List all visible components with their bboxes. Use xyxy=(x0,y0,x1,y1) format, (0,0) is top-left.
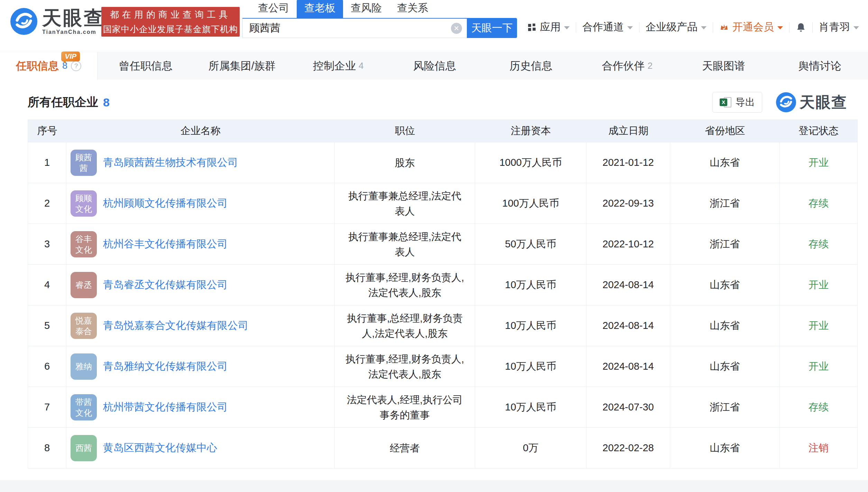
capital-cell: 10万人民币 xyxy=(475,387,587,427)
capital-cell: 100万人民币 xyxy=(475,183,587,224)
col-header-index: 序号 xyxy=(28,124,66,138)
divider xyxy=(812,22,813,32)
table-row: 3 谷丰文化 杭州谷丰文化传播有限公司 执行董事兼总经理,法定代表人 50万人民… xyxy=(28,224,857,264)
status-badge: 存续 xyxy=(780,183,857,224)
status-badge: 开业 xyxy=(780,142,857,183)
tianyancha-logo[interactable]: 天眼查 TianYanCha.com xyxy=(10,8,104,35)
apps-grid-icon xyxy=(527,23,536,32)
company-link[interactable]: 青岛雅纳文化传媒有限公司 xyxy=(103,359,228,373)
col-header-status: 登记状态 xyxy=(780,124,857,138)
company-avatar: 顾茜茜 xyxy=(71,150,97,176)
notification-bell[interactable] xyxy=(796,22,806,32)
table-row: 4 睿丞 青岛睿丞文化传媒有限公司 执行董事,经理,财务负责人,法定代表人,股东… xyxy=(28,264,857,305)
company-link[interactable]: 青岛悦嘉泰合文化传媒有限公司 xyxy=(103,319,248,333)
bell-icon xyxy=(796,22,806,32)
export-button[interactable]: X 导出 xyxy=(712,92,762,113)
tab-group-cluster[interactable]: 所属集团/族群 xyxy=(194,52,290,79)
tab-past-positions[interactable]: 曾任职信息 xyxy=(98,52,194,79)
search-tab-company[interactable]: 查公司 xyxy=(250,0,297,18)
province-cell: 山东省 xyxy=(670,346,780,387)
province-cell: 浙江省 xyxy=(670,387,780,427)
position-cell: 执行董事,经理,财务负责人,法定代表人,股东 xyxy=(335,346,475,387)
col-header-position: 职位 xyxy=(335,124,475,138)
status-badge: 存续 xyxy=(780,387,857,427)
chevron-down-icon xyxy=(777,26,783,29)
search-tab-boss[interactable]: 查老板 xyxy=(297,0,343,18)
province-cell: 山东省 xyxy=(670,428,780,468)
company-avatar: 西茜 xyxy=(71,435,97,461)
company-link[interactable]: 杭州谷丰文化传播有限公司 xyxy=(103,237,228,251)
status-badge: 注销 xyxy=(780,428,857,468)
province-cell: 山东省 xyxy=(670,142,780,183)
position-cell: 经营者 xyxy=(335,428,475,468)
capital-cell: 10万人民币 xyxy=(475,346,587,387)
vip-badge: VIP xyxy=(61,51,80,62)
crown-icon xyxy=(719,22,729,32)
chevron-down-icon xyxy=(853,26,859,29)
province-cell: 山东省 xyxy=(670,265,780,305)
chevron-down-icon xyxy=(564,26,570,29)
position-cell: 执行董事,总经理,财务负责人,法定代表人,股东 xyxy=(335,305,475,346)
page-background-strip xyxy=(0,480,868,492)
table-row: 8 西茜 黄岛区西茜文化传媒中心 经营者 0万 2022-02-28 山东省 注… xyxy=(28,427,857,468)
tab-risk-info[interactable]: 风险信息 xyxy=(387,52,483,79)
company-link[interactable]: 青岛睿丞文化传媒有限公司 xyxy=(103,278,228,292)
logo-domain-text: TianYanCha.com xyxy=(42,29,104,35)
position-cell: 法定代表人,经理,执行公司事务的董事 xyxy=(335,387,475,427)
company-avatar: 雅纳 xyxy=(71,353,97,380)
search-button[interactable]: 天眼一下 xyxy=(467,18,517,38)
date-cell: 2022-10-12 xyxy=(587,224,670,264)
province-cell: 浙江省 xyxy=(670,183,780,224)
date-cell: 2024-08-14 xyxy=(587,305,670,346)
company-link[interactable]: 黄岛区西茜文化传媒中心 xyxy=(103,441,217,455)
capital-cell: 1000万人民币 xyxy=(475,142,587,183)
menu-enterprise[interactable]: 企业级产品 xyxy=(646,20,707,34)
search-tab-relation[interactable]: 查关系 xyxy=(389,0,436,18)
tianyancha-swirl-icon xyxy=(10,8,37,35)
clear-search-icon[interactable]: ✕ xyxy=(451,23,462,34)
menu-cooperation[interactable]: 合作通道 xyxy=(582,20,633,34)
banner-line-1: 都在用的商业查询工具 xyxy=(110,9,231,21)
tab-public-opinion[interactable]: 舆情讨论 xyxy=(772,52,868,79)
position-cell: 执行董事兼总经理,法定代表人 xyxy=(335,183,475,224)
menu-apps[interactable]: 应用 xyxy=(527,20,570,34)
chevron-down-icon xyxy=(627,26,633,29)
tab-positions-active[interactable]: VIP 任职信息 8 ? xyxy=(0,52,98,79)
main-content: 所有任职企业 8 X 导出 天眼查 序号 企业名称 职位 注册资本 成立日期 省… xyxy=(0,79,868,469)
company-avatar: 悦嘉泰合 xyxy=(71,313,97,339)
tab-history-info[interactable]: 历史信息 xyxy=(483,52,579,79)
help-icon[interactable]: ? xyxy=(71,61,81,71)
divider xyxy=(576,22,576,32)
user-account[interactable]: 肖青羽 xyxy=(819,20,859,34)
tab-controlled-companies[interactable]: 控制企业4 xyxy=(290,52,387,79)
table-row: 6 雅纳 青岛雅纳文化传媒有限公司 执行董事,经理,财务负责人,法定代表人,股东… xyxy=(28,346,857,387)
section-title: 所有任职企业 xyxy=(28,94,98,110)
profile-tab-bar: VIP 任职信息 8 ? 曾任职信息 所属集团/族群 控制企业4 风险信息 历史… xyxy=(0,52,868,79)
capital-cell: 10万人民币 xyxy=(475,265,587,305)
watermark-logo: 天眼查 xyxy=(776,92,847,113)
date-cell: 2024-08-14 xyxy=(587,265,670,305)
tianyancha-swirl-icon xyxy=(776,92,796,112)
status-badge: 开业 xyxy=(780,265,857,305)
tab-partners[interactable]: 合作伙伴2 xyxy=(579,52,676,79)
company-link[interactable]: 青岛顾茜茜生物技术有限公司 xyxy=(103,155,238,170)
search-tab-risk[interactable]: 查风险 xyxy=(343,0,389,18)
table-row: 5 悦嘉泰合 青岛悦嘉泰合文化传媒有限公司 执行董事,总经理,财务负责人,法定代… xyxy=(28,305,857,346)
province-cell: 浙江省 xyxy=(670,224,780,264)
company-avatar: 谷丰文化 xyxy=(71,231,97,257)
search-tabs: 查公司 查老板 查风险 查关系 xyxy=(242,3,517,18)
menu-vip-upgrade[interactable]: 开通会员 xyxy=(719,20,783,34)
search-input[interactable] xyxy=(242,19,467,38)
province-cell: 山东省 xyxy=(670,305,780,346)
tab-graph[interactable]: 天眼图谱 xyxy=(675,52,772,79)
company-link[interactable]: 杭州顾顺文化传播有限公司 xyxy=(103,196,228,210)
search-module: 查公司 查老板 查风险 查关系 ✕ 天眼一下 xyxy=(242,3,517,38)
col-header-date: 成立日期 xyxy=(587,124,670,138)
company-avatar: 睿丞 xyxy=(71,272,97,298)
chevron-down-icon xyxy=(701,26,707,29)
capital-cell: 50万人民币 xyxy=(475,224,587,264)
banner-line-2: 国家中小企业发展子基金旗下机构 xyxy=(103,23,238,35)
position-cell: 执行董事兼总经理,法定代表人 xyxy=(335,224,475,264)
company-link[interactable]: 杭州带茜文化传播有限公司 xyxy=(103,400,228,414)
promo-banner: 都在用的商业查询工具 国家中小企业发展子基金旗下机构 xyxy=(101,7,240,37)
